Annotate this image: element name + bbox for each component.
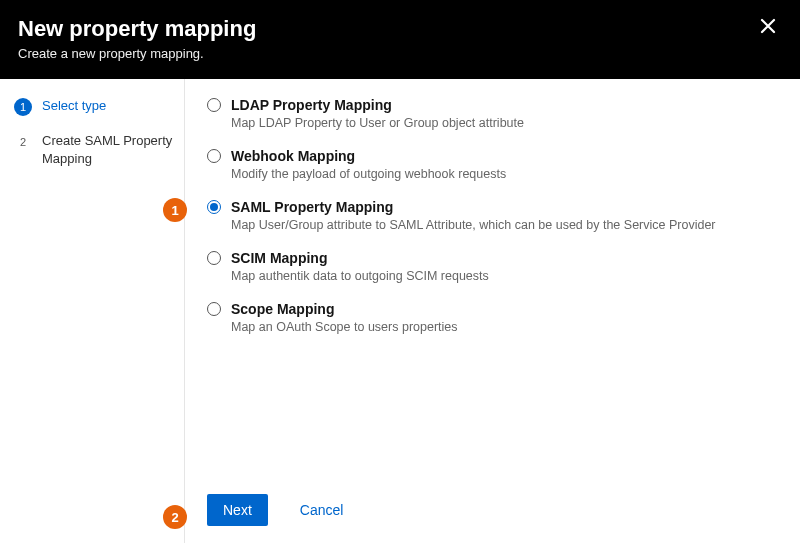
next-button[interactable]: Next [207, 494, 268, 526]
radio-icon[interactable] [207, 149, 221, 163]
radio-icon[interactable] [207, 200, 221, 214]
dialog-header: New property mapping Create a new proper… [0, 0, 800, 79]
option-desc: Modify the payload of outgoing webhook r… [231, 167, 780, 181]
option-desc: Map LDAP Property to User or Group objec… [231, 116, 780, 130]
option-desc: Map authentik data to outgoing SCIM requ… [231, 269, 780, 283]
wizard-footer: Next Cancel [207, 480, 780, 543]
wizard-main: LDAP Property Mapping Map LDAP Property … [185, 79, 800, 543]
option-scim-mapping[interactable]: SCIM Mapping Map authentik data to outgo… [207, 250, 780, 283]
option-ldap-property-mapping[interactable]: LDAP Property Mapping Map LDAP Property … [207, 97, 780, 130]
wizard-step-select-type[interactable]: 1 Select type [14, 97, 176, 116]
dialog-title: New property mapping [18, 16, 776, 42]
wizard-sidebar: 1 Select type 2 Create SAML Property Map… [0, 79, 185, 543]
radio-icon[interactable] [207, 251, 221, 265]
step-number: 2 [14, 133, 32, 151]
dialog-subtitle: Create a new property mapping. [18, 46, 776, 61]
option-saml-property-mapping[interactable]: SAML Property Mapping Map User/Group att… [207, 199, 780, 232]
step-label: Create SAML Property Mapping [42, 132, 176, 167]
radio-icon[interactable] [207, 98, 221, 112]
option-desc: Map an OAuth Scope to users properties [231, 320, 780, 334]
close-icon[interactable] [760, 18, 778, 36]
cancel-button[interactable]: Cancel [300, 502, 344, 518]
step-label: Select type [42, 97, 106, 115]
dialog-body: 1 Select type 2 Create SAML Property Map… [0, 79, 800, 543]
option-title: SCIM Mapping [231, 250, 327, 266]
step-number: 1 [14, 98, 32, 116]
option-webhook-mapping[interactable]: Webhook Mapping Modify the payload of ou… [207, 148, 780, 181]
option-desc: Map User/Group attribute to SAML Attribu… [231, 218, 780, 232]
wizard-step-create-saml[interactable]: 2 Create SAML Property Mapping [14, 132, 176, 167]
option-scope-mapping[interactable]: Scope Mapping Map an OAuth Scope to user… [207, 301, 780, 334]
mapping-type-options: LDAP Property Mapping Map LDAP Property … [207, 97, 780, 480]
option-title: Webhook Mapping [231, 148, 355, 164]
option-title: LDAP Property Mapping [231, 97, 392, 113]
option-title: Scope Mapping [231, 301, 334, 317]
radio-icon[interactable] [207, 302, 221, 316]
option-title: SAML Property Mapping [231, 199, 393, 215]
